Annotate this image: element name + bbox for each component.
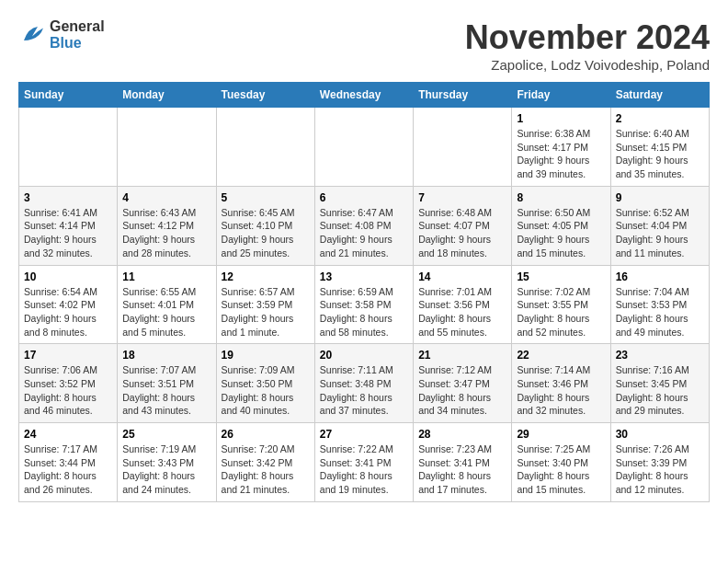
day-info: Sunrise: 6:52 AM Sunset: 4:04 PM Dayligh… xyxy=(616,206,704,260)
calendar-cell: 19Sunrise: 7:09 AM Sunset: 3:50 PM Dayli… xyxy=(216,344,314,423)
day-number: 2 xyxy=(616,112,704,125)
calendar-cell: 13Sunrise: 6:59 AM Sunset: 3:58 PM Dayli… xyxy=(314,265,413,344)
calendar-cell xyxy=(314,108,413,187)
day-info: Sunrise: 7:19 AM Sunset: 3:43 PM Dayligh… xyxy=(122,442,210,497)
month-title: November 2024 xyxy=(465,18,710,57)
calendar-week-4: 24Sunrise: 7:17 AM Sunset: 3:44 PM Dayli… xyxy=(19,423,710,502)
calendar-cell: 20Sunrise: 7:11 AM Sunset: 3:48 PM Dayli… xyxy=(314,344,413,423)
calendar-cell: 15Sunrise: 7:02 AM Sunset: 3:55 PM Dayli… xyxy=(512,265,610,344)
day-number: 9 xyxy=(616,191,704,204)
calendar-week-1: 3Sunrise: 6:41 AM Sunset: 4:14 PM Daylig… xyxy=(19,186,710,265)
day-number: 30 xyxy=(616,428,704,441)
day-info: Sunrise: 6:40 AM Sunset: 4:15 PM Dayligh… xyxy=(616,127,704,181)
calendar-cell xyxy=(414,108,512,187)
day-number: 14 xyxy=(418,270,506,283)
calendar-cell: 9Sunrise: 6:52 AM Sunset: 4:04 PM Daylig… xyxy=(610,186,709,265)
day-number: 25 xyxy=(122,428,210,441)
day-info: Sunrise: 6:59 AM Sunset: 3:58 PM Dayligh… xyxy=(320,285,408,339)
day-info: Sunrise: 6:55 AM Sunset: 4:01 PM Dayligh… xyxy=(122,285,210,339)
calendar-cell: 22Sunrise: 7:14 AM Sunset: 3:46 PM Dayli… xyxy=(512,344,610,423)
day-info: Sunrise: 7:23 AM Sunset: 3:41 PM Dayligh… xyxy=(418,442,506,497)
calendar-cell: 26Sunrise: 7:20 AM Sunset: 3:42 PM Dayli… xyxy=(216,423,314,502)
day-number: 11 xyxy=(122,270,210,283)
day-info: Sunrise: 6:38 AM Sunset: 4:17 PM Dayligh… xyxy=(517,127,605,181)
day-number: 15 xyxy=(517,270,605,283)
day-number: 5 xyxy=(222,191,310,204)
calendar-cell xyxy=(118,108,216,187)
day-number: 19 xyxy=(222,349,310,362)
day-number: 12 xyxy=(222,270,310,283)
day-number: 1 xyxy=(517,112,605,125)
day-number: 21 xyxy=(418,349,506,362)
column-header-saturday: Saturday xyxy=(610,83,709,108)
column-header-sunday: Sunday xyxy=(19,83,118,108)
day-info: Sunrise: 7:14 AM Sunset: 3:46 PM Dayligh… xyxy=(517,363,605,418)
location-subtitle: Zapolice, Lodz Voivodeship, Poland xyxy=(465,57,710,73)
day-info: Sunrise: 7:26 AM Sunset: 3:39 PM Dayligh… xyxy=(616,442,704,497)
day-info: Sunrise: 7:01 AM Sunset: 3:56 PM Dayligh… xyxy=(418,285,506,339)
column-header-friday: Friday xyxy=(512,83,610,108)
day-number: 16 xyxy=(616,270,704,283)
calendar-cell: 28Sunrise: 7:23 AM Sunset: 3:41 PM Dayli… xyxy=(414,423,512,502)
calendar-cell: 30Sunrise: 7:26 AM Sunset: 3:39 PM Dayli… xyxy=(610,423,709,502)
calendar-cell: 29Sunrise: 7:25 AM Sunset: 3:40 PM Dayli… xyxy=(512,423,610,502)
logo-text: General Blue xyxy=(50,18,105,52)
day-info: Sunrise: 7:17 AM Sunset: 3:44 PM Dayligh… xyxy=(24,442,112,497)
day-number: 20 xyxy=(320,349,408,362)
calendar-cell: 1Sunrise: 6:38 AM Sunset: 4:17 PM Daylig… xyxy=(512,108,610,187)
calendar-cell: 14Sunrise: 7:01 AM Sunset: 3:56 PM Dayli… xyxy=(414,265,512,344)
calendar-cell xyxy=(216,108,314,187)
day-number: 17 xyxy=(24,349,112,362)
day-info: Sunrise: 7:06 AM Sunset: 3:52 PM Dayligh… xyxy=(24,363,112,418)
day-info: Sunrise: 6:47 AM Sunset: 4:08 PM Dayligh… xyxy=(320,206,408,260)
calendar-cell: 8Sunrise: 6:50 AM Sunset: 4:05 PM Daylig… xyxy=(512,186,610,265)
calendar-cell: 5Sunrise: 6:45 AM Sunset: 4:10 PM Daylig… xyxy=(216,186,314,265)
day-info: Sunrise: 6:41 AM Sunset: 4:14 PM Dayligh… xyxy=(24,206,112,260)
day-number: 23 xyxy=(616,349,704,362)
calendar-cell: 4Sunrise: 6:43 AM Sunset: 4:12 PM Daylig… xyxy=(118,186,216,265)
calendar-cell: 6Sunrise: 6:47 AM Sunset: 4:08 PM Daylig… xyxy=(314,186,413,265)
calendar-cell: 17Sunrise: 7:06 AM Sunset: 3:52 PM Dayli… xyxy=(19,344,118,423)
calendar-cell: 7Sunrise: 6:48 AM Sunset: 4:07 PM Daylig… xyxy=(414,186,512,265)
day-info: Sunrise: 7:07 AM Sunset: 3:51 PM Dayligh… xyxy=(122,363,210,418)
calendar-week-2: 10Sunrise: 6:54 AM Sunset: 4:02 PM Dayli… xyxy=(19,265,710,344)
column-header-monday: Monday xyxy=(118,83,216,108)
day-info: Sunrise: 7:16 AM Sunset: 3:45 PM Dayligh… xyxy=(616,363,704,418)
calendar-cell: 25Sunrise: 7:19 AM Sunset: 3:43 PM Dayli… xyxy=(118,423,216,502)
day-number: 13 xyxy=(320,270,408,283)
calendar-header-row: SundayMondayTuesdayWednesdayThursdayFrid… xyxy=(19,83,710,108)
calendar-cell: 12Sunrise: 6:57 AM Sunset: 3:59 PM Dayli… xyxy=(216,265,314,344)
day-number: 4 xyxy=(122,191,210,204)
day-number: 24 xyxy=(24,428,112,441)
calendar-week-3: 17Sunrise: 7:06 AM Sunset: 3:52 PM Dayli… xyxy=(19,344,710,423)
calendar-cell: 16Sunrise: 7:04 AM Sunset: 3:53 PM Dayli… xyxy=(610,265,709,344)
calendar-table: SundayMondayTuesdayWednesdayThursdayFrid… xyxy=(18,82,710,502)
calendar-cell: 27Sunrise: 7:22 AM Sunset: 3:41 PM Dayli… xyxy=(314,423,413,502)
calendar-week-0: 1Sunrise: 6:38 AM Sunset: 4:17 PM Daylig… xyxy=(19,108,710,187)
logo: General Blue xyxy=(18,18,105,52)
day-info: Sunrise: 6:48 AM Sunset: 4:07 PM Dayligh… xyxy=(418,206,506,260)
day-info: Sunrise: 7:11 AM Sunset: 3:48 PM Dayligh… xyxy=(320,363,408,418)
day-number: 22 xyxy=(517,349,605,362)
day-number: 27 xyxy=(320,428,408,441)
calendar-cell: 2Sunrise: 6:40 AM Sunset: 4:15 PM Daylig… xyxy=(610,108,709,187)
day-info: Sunrise: 7:20 AM Sunset: 3:42 PM Dayligh… xyxy=(222,442,310,497)
day-info: Sunrise: 6:45 AM Sunset: 4:10 PM Dayligh… xyxy=(222,206,310,260)
page-header: General Blue November 2024 Zapolice, Lod… xyxy=(18,18,710,73)
day-info: Sunrise: 6:43 AM Sunset: 4:12 PM Dayligh… xyxy=(122,206,210,260)
calendar-cell: 11Sunrise: 6:55 AM Sunset: 4:01 PM Dayli… xyxy=(118,265,216,344)
day-info: Sunrise: 6:54 AM Sunset: 4:02 PM Dayligh… xyxy=(24,285,112,339)
calendar-cell xyxy=(19,108,118,187)
title-block: November 2024 Zapolice, Lodz Voivodeship… xyxy=(465,18,710,73)
day-number: 29 xyxy=(517,428,605,441)
calendar-cell: 3Sunrise: 6:41 AM Sunset: 4:14 PM Daylig… xyxy=(19,186,118,265)
day-info: Sunrise: 7:12 AM Sunset: 3:47 PM Dayligh… xyxy=(418,363,506,418)
logo-icon xyxy=(18,21,46,49)
day-number: 10 xyxy=(24,270,112,283)
day-info: Sunrise: 7:25 AM Sunset: 3:40 PM Dayligh… xyxy=(517,442,605,497)
calendar-cell: 23Sunrise: 7:16 AM Sunset: 3:45 PM Dayli… xyxy=(610,344,709,423)
day-number: 28 xyxy=(418,428,506,441)
calendar-cell: 18Sunrise: 7:07 AM Sunset: 3:51 PM Dayli… xyxy=(118,344,216,423)
day-info: Sunrise: 7:04 AM Sunset: 3:53 PM Dayligh… xyxy=(616,285,704,339)
day-info: Sunrise: 7:02 AM Sunset: 3:55 PM Dayligh… xyxy=(517,285,605,339)
